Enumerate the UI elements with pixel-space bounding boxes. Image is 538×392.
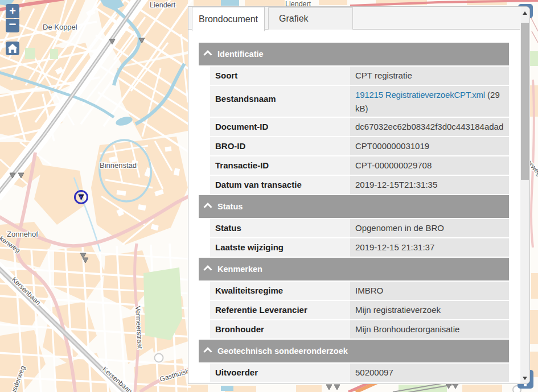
svg-text:Zonnehof: Zonnehof — [7, 230, 38, 238]
svg-text:De Koppel: De Koppel — [43, 23, 77, 31]
svg-text:Liendert: Liendert — [150, 1, 176, 9]
svg-text:Binnenstad: Binnenstad — [100, 161, 137, 170]
